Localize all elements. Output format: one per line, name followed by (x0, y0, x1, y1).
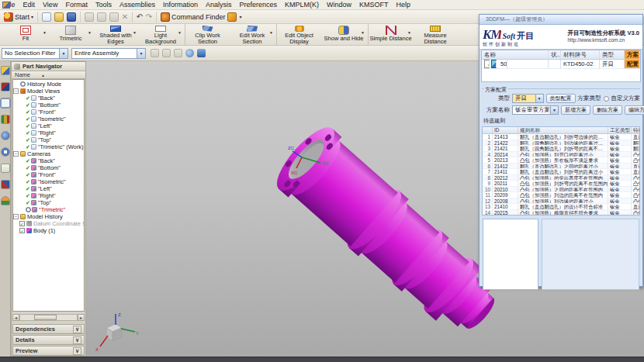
select-solid-icon[interactable] (197, 49, 206, 57)
parts-table-row[interactable]: ✓ 50 KTD450-02 开目 配置 (482, 60, 640, 69)
sort-arrow-icon[interactable]: ▲ (41, 73, 45, 78)
toolbar-button[interactable]: Clip Work Section ▼ (185, 24, 230, 45)
horizontal-scrollbar[interactable]: ◄ ► (12, 313, 85, 321)
selection-scope-arrow[interactable]: ▼ (137, 49, 145, 58)
scheme-name-combo[interactable]: 钣金审查方案 ▼ (512, 105, 559, 115)
menu-item[interactable]: Information (159, 0, 202, 10)
chevron-down-icon[interactable]: ∨ (73, 326, 81, 333)
select-sphere-icon[interactable] (185, 49, 194, 57)
tree-item-history-mode[interactable]: History Mode (13, 81, 84, 88)
toolbar-button[interactable]: Show and Hide ▼ (321, 24, 366, 45)
tree-node-model-views[interactable]: − Model Views (13, 88, 84, 95)
undo-icon[interactable]: ↶ (135, 12, 144, 21)
reuse-library-icon[interactable] (1, 115, 10, 124)
selection-filter-arrow[interactable]: ▼ (59, 49, 68, 58)
scroll-left-arrow[interactable]: ◄ (12, 314, 19, 321)
tree-item-model-view[interactable]: ✔ "Back" (13, 95, 84, 102)
custom-scheme-radio-label[interactable]: 自定义方案 (611, 95, 641, 102)
toolbar-dropdown-arrow[interactable]: ▼ (43, 30, 47, 35)
cut-icon[interactable] (85, 12, 94, 22)
paste-icon[interactable] (109, 12, 119, 22)
menu-item[interactable]: Tools (92, 0, 116, 10)
toolbar-dropdown-arrow[interactable]: ▼ (269, 30, 273, 35)
history-palette-icon[interactable] (1, 147, 10, 157)
selection-scope-combo[interactable]: Entire Assembly ▼ (71, 48, 146, 59)
凸包（加强筋）的突出高度不在范围内[interactable]: 8 20212 凸包（加强筋）的突出高度不在范围内 钣金 凸包 (483, 175, 639, 181)
tree-item-model-history[interactable]: ✓ Body (1) (13, 227, 84, 234)
翻孔（直边翻边孔）到折弯边缘的距…[interactable]: 1 21413 翻孔（直边翻边孔）到折弯边缘的距… 钣金 直边 (483, 134, 639, 140)
凸包（加强筋）到折弯的距离不在范围内[interactable]: 9 20211 凸包（加强筋）到折弯的距离不在范围内 钣金 凸包 (483, 181, 639, 187)
customize-icon[interactable] (227, 12, 237, 22)
menu-item[interactable]: Analysis (202, 0, 236, 10)
toolbar-button[interactable]: Light Background ▼ (138, 24, 183, 45)
凸包（加强筋）之间的距离不在范围内[interactable]: 10 20210 凸包（加强筋）之间的距离不在范围内 钣金 凸包 (483, 187, 639, 193)
type-combo-arrow[interactable]: ▼ (535, 95, 543, 102)
menu-item[interactable]: KMPLM(K) (281, 0, 323, 10)
chevron-down-icon[interactable]: ∨ (73, 347, 81, 355)
add-scheme-button[interactable]: 新增方案 (561, 105, 590, 115)
menu-item[interactable]: Format (61, 0, 92, 10)
tree-node-model-history[interactable]: − Model History (13, 213, 84, 220)
start-dropdown-arrow[interactable]: ▾ (31, 14, 33, 19)
process-icon[interactable] (1, 180, 10, 189)
tree-item-camera[interactable]: ✔ "Back" (13, 157, 84, 164)
delete-icon[interactable]: ✕ (120, 12, 130, 21)
toolbar-options-arrow[interactable]: ▾ (240, 14, 242, 19)
toolbar-dropdown-arrow[interactable]: ▼ (361, 30, 365, 35)
rules-table-header[interactable]: ID 规则名称 工艺类型 特征 (483, 127, 639, 134)
web-browser-icon[interactable] (1, 131, 10, 140)
tree-item-camera[interactable]: ✔ "Isometric" (13, 178, 84, 185)
edit-scheme-button[interactable]: 编辑方案 (625, 105, 644, 115)
menu-item[interactable]: KMSOFT (355, 0, 393, 10)
assembly-navigator-icon[interactable] (1, 66, 10, 75)
scheme-name-combo-arrow[interactable]: ▼ (550, 106, 558, 114)
accordion-panel-header[interactable]: Preview ∨ (12, 346, 85, 356)
system-materials-icon[interactable] (1, 164, 10, 173)
snap-point-icon[interactable] (151, 49, 159, 57)
scrollbar-track[interactable] (19, 314, 78, 321)
翻孔（直边翻边孔）的设计不符合标准[interactable]: 13 21410 翻孔（直边翻边孔）的设计不符合标准 钣金 直边 (483, 204, 639, 210)
accordion-panel-header[interactable]: Dependencies ∨ (12, 324, 85, 334)
name-column-header[interactable]: Name ▲ (12, 71, 85, 79)
navigator-pin-icon[interactable] (14, 64, 20, 70)
custom-scheme-radio[interactable] (604, 96, 609, 102)
tree-item-model-history[interactable]: ✓ Datum Coordinate S... (13, 220, 84, 227)
tree-item-model-view[interactable]: ✔ "Right" (13, 129, 84, 136)
tree-item-model-view[interactable]: ✔ "Trimetric" (Work) (13, 143, 84, 150)
toolbar-button[interactable]: Shaded with Edges ▼ (93, 24, 138, 45)
tree-item-camera[interactable]: ✔ "Top" (13, 199, 84, 206)
toolbar-button[interactable]: Fit ▼ (3, 24, 48, 45)
part-checkbox[interactable]: ✓ (484, 60, 490, 68)
toolbar-button[interactable]: Measure Distance ▼ (413, 24, 458, 45)
chevron-down-icon[interactable]: ∨ (73, 336, 81, 344)
delete-scheme-button[interactable]: 删除方案 (593, 105, 622, 115)
tree-item-model-view[interactable]: ✔ "Isometric" (13, 115, 84, 122)
tree-item-camera[interactable]: ✔ "Right" (13, 192, 84, 199)
parts-table-header[interactable]: 名称 状... 材料牌号 类型 方案 (482, 50, 640, 60)
tree-item-model-view[interactable]: ✔ "Left" (13, 122, 84, 129)
tree-item-camera[interactable]: ✔ "Front" (13, 171, 84, 178)
type-config-button[interactable]: 类型配置 (546, 94, 576, 103)
menu-item[interactable]: Edit (19, 0, 40, 10)
accordion-panel-header[interactable]: Details ∨ (12, 335, 85, 345)
part-configure-cell[interactable]: 配置 (625, 60, 640, 68)
menu-item[interactable]: View (39, 0, 61, 10)
command-finder-button[interactable]: Command Finder (171, 13, 226, 21)
tree-item-model-view[interactable]: ✔ "Front" (13, 109, 84, 115)
scrollbar-thumb[interactable] (34, 315, 57, 320)
toolbar-button[interactable]: Trimetric ▼ (48, 24, 93, 45)
checkbox-icon[interactable]: ✓ (19, 221, 25, 226)
kmsoft-titlebar[interactable]: 3DDFM—（超级管理员） (480, 15, 642, 25)
toolbar-dropdown-arrow[interactable]: ▼ (407, 30, 411, 35)
翻孔（直边翻边孔）之间的距离过小[interactable]: 6 21412 翻孔（直边翻边孔）之间的距离过小 钣金 直边 (483, 164, 639, 170)
start-button[interactable]: Start (15, 13, 29, 21)
roles-icon[interactable] (1, 196, 10, 205)
翻孔（圆角翻边孔）到边缘的距离过…[interactable]: 2 21422 翻孔（圆角翻边孔）到边缘的距离过… 钣金 翻孔 (483, 140, 639, 147)
翻孔（圆角翻边孔）到折弯的距离不…[interactable]: 3 21421 翻孔（圆角翻边孔）到折弯的距离不… 钣金 翻孔 (483, 146, 639, 152)
toolbar-dropdown-arrow[interactable]: ▼ (133, 30, 137, 35)
collapse-icon[interactable]: − (13, 151, 19, 157)
part-navigator-icon[interactable] (1, 98, 10, 108)
toolbar-button[interactable]: Edit Work Section ▼ (230, 24, 275, 45)
tree-item-model-view[interactable]: ✔ "Top" (13, 136, 84, 143)
凸包（加强筋）到开口的距离过小[interactable]: 4 20214 凸包（加强筋）到开口的距离过小 钣金 凸包 (483, 152, 639, 158)
